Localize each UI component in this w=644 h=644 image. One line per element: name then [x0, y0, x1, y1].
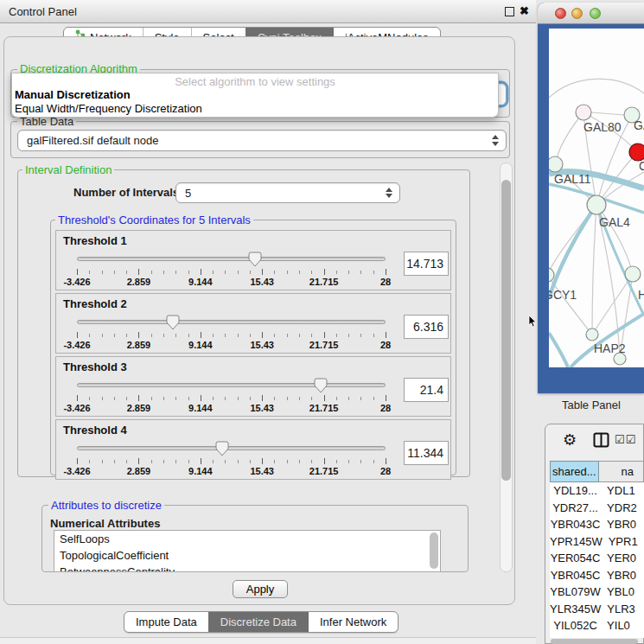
- slider-ticks: [77, 269, 386, 276]
- table-data-combobox[interactable]: galFiltered.sif default node: [17, 130, 507, 151]
- node-gcy1[interactable]: [549, 268, 554, 282]
- popup-placeholder-text: Select algorithm to view settings: [12, 75, 498, 88]
- list-item[interactable]: BetweennessCentrality: [54, 564, 440, 572]
- node-label: C: [639, 159, 644, 173]
- interval-definition-title: Interval Definition: [22, 163, 114, 176]
- threshold-3-slider[interactable]: -3.4262.8599.14415.4321.71528: [77, 378, 386, 414]
- algorithm-dropdown-popup: Select algorithm to view settings Manual…: [11, 73, 499, 118]
- table-row[interactable]: YER054CYER0: [550, 550, 644, 567]
- stepper-arrows-icon: [491, 131, 500, 150]
- node-label: GAL: [634, 118, 644, 132]
- node-hap2[interactable]: [586, 328, 598, 341]
- slider-track[interactable]: [77, 383, 386, 387]
- table-header-row: shared... na: [550, 461, 644, 482]
- float-window-icon[interactable]: [505, 7, 514, 16]
- threshold-4-panel: Threshold 4 -3.4262.8599.14415.4321.7152…: [55, 419, 451, 480]
- popup-item-equal-width-frequency[interactable]: Equal Width/Frequency Discretization: [12, 102, 498, 116]
- mouse-cursor: [528, 316, 537, 331]
- bottom-tabbar: Impute Data Discretize Data Infer Networ…: [124, 611, 399, 633]
- node-label: GAL11: [554, 172, 591, 186]
- threshold-1-value[interactable]: 14.713: [404, 252, 449, 276]
- tab-discretize-data[interactable]: Discretize Data: [208, 612, 308, 632]
- node-label: GCY1: [549, 288, 577, 302]
- vertical-scrollbar-thumb[interactable]: [501, 180, 511, 481]
- network-nodes[interactable]: [549, 105, 644, 365]
- popup-item-manual-discretization[interactable]: Manual Discretization: [12, 88, 498, 102]
- slider-track[interactable]: [77, 257, 386, 261]
- threshold-2-value[interactable]: 6.316: [404, 315, 449, 339]
- tab-impute-data[interactable]: Impute Data: [124, 612, 208, 632]
- node-gal4[interactable]: [587, 195, 606, 214]
- slider-track[interactable]: [77, 320, 386, 324]
- table-row[interactable]: YPR145WYPR1: [550, 533, 644, 551]
- threshold-2-slider[interactable]: -3.4262.8599.14415.4321.71528: [77, 315, 386, 351]
- slider-tick-labels: -3.4262.8599.14415.4321.71528: [77, 466, 386, 476]
- slider-ticks: [77, 332, 386, 339]
- slider-tick-labels: -3.4262.8599.14415.4321.71528: [77, 403, 386, 413]
- table-row[interactable]: YDR27...YDR2: [550, 500, 644, 517]
- column-header-name[interactable]: na: [599, 461, 644, 482]
- slider-tick-labels: -3.4262.8599.14415.4321.71528: [77, 277, 386, 287]
- network-canvas[interactable]: GAL80 GAL C GAL11 GAL4 GCY1 HA HAP2: [549, 29, 644, 367]
- node-label: HAP2: [594, 341, 626, 355]
- threshold-4-value[interactable]: 11.344: [404, 441, 449, 465]
- node-label: GAL80: [583, 120, 622, 134]
- control-panel-title: Control Panel: [9, 5, 77, 18]
- slider-thumb[interactable]: [314, 378, 328, 393]
- horizontal-scrollbar-thumb[interactable]: [551, 639, 638, 644]
- gear-icon[interactable]: ⚙: [563, 430, 577, 450]
- slider-tick-labels: -3.4262.8599.14415.4321.71528: [77, 340, 386, 350]
- checkbox-icons[interactable]: ☑☑: [615, 433, 636, 446]
- thresholds-group-title: Threshold's Coordinates for 5 Intervals: [55, 214, 253, 226]
- bottom-strip: [0, 637, 536, 644]
- tab-infer-network[interactable]: Infer Network: [308, 612, 398, 632]
- attributes-group-title: Attributes to discretize: [48, 499, 164, 512]
- threshold-3-panel: Threshold 3 -3.4262.8599.14415.4321.7152…: [55, 356, 451, 417]
- close-traffic-light-icon[interactable]: [555, 8, 566, 19]
- node-attribute-table[interactable]: shared... na YDL19...YDL1 YDR27...YDR2 Y…: [550, 461, 644, 638]
- table-row[interactable]: YBL079WYBL0: [550, 583, 644, 601]
- table-panel-title: Table Panel: [562, 399, 621, 411]
- number-of-intervals-label: Number of Intervals: [73, 186, 179, 199]
- minimize-traffic-light-icon[interactable]: [571, 8, 583, 19]
- attributes-list[interactable]: SelfLoops TopologicalCoefficient Between…: [54, 530, 441, 572]
- network-view-window[interactable]: GAL80 GAL C GAL11 GAL4 GCY1 HA HAP2: [538, 3, 644, 393]
- split-columns-icon[interactable]: [593, 432, 609, 451]
- close-icon[interactable]: ✖: [520, 4, 529, 17]
- table-row[interactable]: YBR043CYBR0: [550, 516, 644, 533]
- slider-ticks: [77, 458, 386, 465]
- list-item[interactable]: SelfLoops: [54, 531, 440, 547]
- zoom-traffic-light-icon[interactable]: [590, 8, 601, 19]
- table-row[interactable]: YDL19...YDL1: [550, 482, 644, 500]
- threshold-4-slider[interactable]: -3.4262.8599.14415.4321.71528: [77, 441, 386, 477]
- slider-thumb[interactable]: [215, 441, 229, 456]
- slider-ticks: [77, 395, 386, 402]
- node-label: HA: [638, 288, 644, 302]
- table-row[interactable]: YIL052CYIL0: [550, 617, 644, 634]
- apply-button[interactable]: Apply: [233, 580, 288, 598]
- list-item[interactable]: TopologicalCoefficient: [54, 547, 440, 564]
- threshold-3-value[interactable]: 21.4: [404, 378, 449, 402]
- node-gal11[interactable]: [549, 156, 563, 172]
- node-label: GAL4: [599, 215, 630, 229]
- slider-track[interactable]: [77, 446, 386, 450]
- number-of-intervals-combobox[interactable]: 5: [175, 182, 400, 203]
- stepper-arrows-icon: [385, 183, 393, 202]
- node-gal80[interactable]: [576, 105, 591, 120]
- numerical-attributes-label: Numerical Attributes: [50, 517, 160, 530]
- slider-thumb[interactable]: [248, 252, 262, 267]
- list-scrollbar-thumb[interactable]: [430, 532, 438, 569]
- threshold-1-panel: Threshold 1 -3.4262.8599.14415.4321.7152…: [55, 230, 451, 290]
- table-row[interactable]: YLR345WYLR3: [550, 601, 644, 618]
- node-h[interactable]: [625, 266, 641, 282]
- threshold-2-panel: Threshold 2 -3.4262.8599.14415.4321.7152…: [55, 293, 451, 354]
- node-red[interactable]: [629, 143, 644, 161]
- slider-thumb[interactable]: [166, 315, 180, 330]
- network-window-titlebar: [538, 3, 644, 24]
- threshold-1-slider[interactable]: -3.4262.8599.14415.4321.71528: [77, 252, 386, 288]
- table-row[interactable]: YBR045CYBR0: [550, 567, 644, 584]
- control-panel-titlebar: [0, 0, 536, 23]
- column-header-shared-name[interactable]: shared...: [550, 461, 599, 482]
